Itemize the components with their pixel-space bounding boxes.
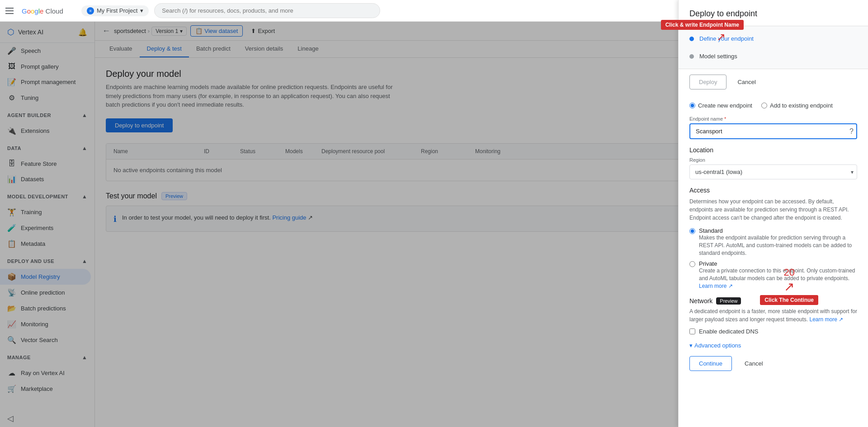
advanced-options-toggle[interactable]: ▾ Advanced options — [689, 342, 857, 349]
enable-dns-checkbox[interactable] — [689, 328, 695, 334]
cancel-button-top[interactable]: Cancel — [730, 75, 763, 89]
network-preview-badge: Preview — [716, 297, 741, 305]
access-private-radio[interactable] — [689, 261, 695, 267]
access-standard-content: Standard Makes the endpoint available fo… — [699, 227, 857, 257]
access-private-content: Private Create a private connection to t… — [699, 260, 857, 290]
endpoint-name-input[interactable] — [689, 123, 857, 139]
access-standard-option[interactable]: Standard Makes the endpoint available fo… — [689, 227, 857, 257]
access-private-option[interactable]: Private Create a private connection to t… — [689, 260, 857, 290]
endpoint-name-wrapper: ? — [689, 123, 857, 139]
radio-create-new-input[interactable] — [689, 103, 695, 108]
location-title: Location — [689, 146, 857, 154]
radio-add-existing[interactable]: Add to existing endpoint — [761, 102, 833, 109]
project-selector[interactable]: ≡ My First Project ▾ — [81, 5, 149, 16]
steps-panel: Define your endpoint Model settings — [679, 26, 868, 69]
dns-checkbox-row: Enable dedicated DNS — [689, 328, 857, 335]
modal-overlay — [0, 22, 678, 427]
advanced-options-label: Advanced options — [694, 342, 741, 349]
google-cloud-logo: Google Cloud — [22, 5, 76, 16]
search-input[interactable] — [154, 3, 380, 18]
endpoint-name-group: Endpoint name * ? — [689, 116, 857, 139]
network-learn-more-link[interactable]: Learn more ↗ — [809, 316, 843, 323]
step-model-settings: Model settings — [679, 47, 868, 65]
continue-button[interactable]: Continue — [689, 356, 732, 371]
region-group: Region us-central1 (Iowa) ▾ — [689, 157, 857, 179]
step-dot-model — [689, 54, 694, 59]
advanced-chevron-icon: ▾ — [689, 342, 693, 349]
radio-add-existing-label: Add to existing endpoint — [770, 102, 833, 109]
project-name: My First Project — [97, 7, 137, 14]
access-description: Determines how your endpoint can be acce… — [689, 197, 857, 222]
location-section: Location Region us-central1 (Iowa) ▾ — [689, 146, 857, 179]
form-panel: Create new endpoint Add to existing endp… — [679, 95, 868, 427]
network-description: A dedicated endpoint is a faster, more s… — [689, 307, 857, 324]
step-define-endpoint: Define your endpoint — [679, 30, 868, 47]
step-label-model: Model settings — [699, 53, 737, 60]
svg-text:Google
         Cloud: Google Cloud — [22, 7, 63, 15]
region-label: Region — [689, 157, 857, 163]
step-label-define: Define your endpoint — [699, 35, 754, 42]
access-standard-title: Standard — [699, 227, 857, 234]
access-standard-desc: Makes the endpoint available for predict… — [699, 234, 857, 257]
private-learn-more-link[interactable]: Learn more ↗ — [699, 283, 733, 289]
action-buttons: Continue Cancel — [689, 356, 857, 371]
access-title: Access — [689, 187, 857, 194]
top-action-row: Deploy Cancel — [679, 69, 868, 95]
step-dot-define — [689, 37, 694, 41]
project-dropdown-icon: ▾ — [140, 7, 143, 14]
access-private-desc: Create a private connection to this endp… — [699, 267, 857, 290]
region-select-wrapper: us-central1 (Iowa) ▾ — [689, 164, 857, 179]
network-header: Network Preview — [689, 297, 857, 305]
project-icon: ≡ — [87, 7, 94, 14]
required-marker: * — [724, 116, 726, 122]
menu-icon[interactable] — [5, 5, 16, 16]
access-private-title: Private — [699, 260, 857, 267]
right-panel-header: Deploy to endpoint — [679, 0, 868, 26]
enable-dns-label: Enable dedicated DNS — [699, 328, 759, 335]
endpoint-name-label: Endpoint name * — [689, 116, 857, 122]
deploy-button-top[interactable]: Deploy — [689, 75, 726, 89]
endpoint-type-radio-group: Create new endpoint Add to existing endp… — [689, 102, 857, 109]
access-standard-radio[interactable] — [689, 228, 695, 234]
region-select[interactable]: us-central1 (Iowa) — [689, 164, 857, 179]
search-bar[interactable] — [154, 3, 380, 18]
right-panel-title: Deploy to endpoint — [689, 9, 857, 19]
network-title: Network — [689, 297, 712, 305]
right-panel: Deploy to endpoint Define your endpoint … — [678, 0, 868, 427]
endpoint-name-help-icon[interactable]: ? — [849, 127, 854, 136]
cancel-button-form[interactable]: Cancel — [736, 356, 772, 371]
radio-create-new-label: Create new endpoint — [698, 102, 752, 109]
radio-create-new[interactable]: Create new endpoint — [689, 102, 752, 109]
radio-add-existing-input[interactable] — [761, 103, 767, 108]
